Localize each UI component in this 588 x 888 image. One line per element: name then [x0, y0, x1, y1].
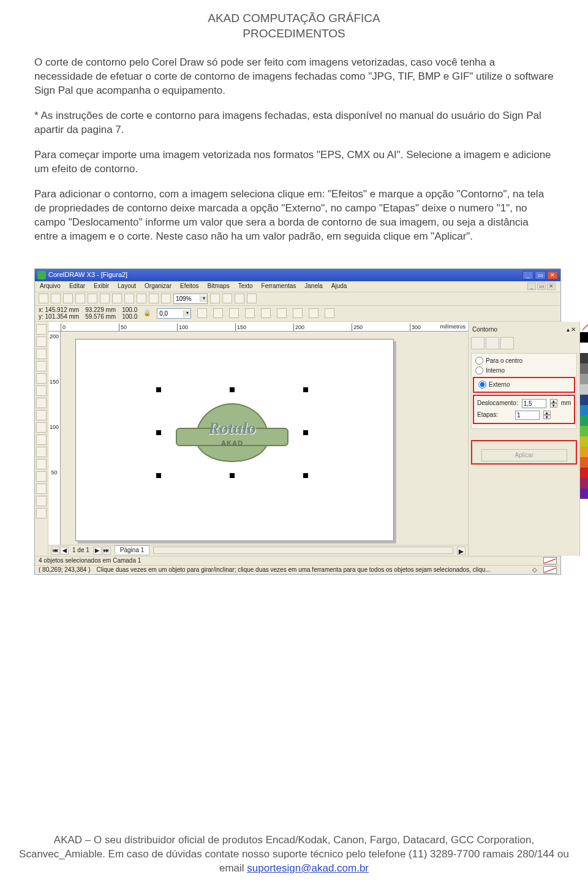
interactive-tool-icon[interactable]	[36, 459, 47, 469]
artwork-rotulo[interactable]: Rotulo AKAD	[176, 403, 288, 462]
page-prev-button[interactable]: ◀	[60, 547, 69, 555]
ruler-horizontal[interactable]: 0 50 100 150 200 250 300 milímetros	[48, 322, 468, 332]
menu-editar[interactable]: Editar	[69, 282, 85, 290]
copy-icon[interactable]	[100, 294, 110, 303]
radio-interno[interactable]: Interno	[473, 366, 575, 376]
spinner-up-icon[interactable]: ▴	[550, 399, 557, 403]
menu-exibir[interactable]: Exibir	[94, 282, 109, 290]
drawing-canvas[interactable]: ✕ Rotulo AKAD	[61, 332, 468, 545]
ungroup-icon[interactable]	[293, 308, 303, 318]
radio-para-o-centro[interactable]: Para o centro	[473, 356, 575, 366]
swatch-none[interactable]	[580, 322, 588, 332]
color-swatch[interactable]	[580, 447, 588, 457]
paste-icon[interactable]	[112, 294, 122, 303]
new-icon[interactable]	[39, 294, 48, 303]
menu-texto[interactable]: Texto	[238, 282, 253, 290]
color-swatch[interactable]	[580, 332, 588, 343]
docker-tab-2-icon[interactable]	[486, 337, 499, 349]
menu-organizar[interactable]: Organizar	[145, 282, 172, 290]
undo-icon[interactable]	[124, 294, 134, 303]
snap-icon[interactable]	[210, 294, 220, 303]
save-icon[interactable]	[63, 294, 73, 303]
radio-input[interactable]	[475, 366, 483, 374]
menu-layout[interactable]: Layout	[118, 282, 136, 290]
pick-tool-icon[interactable]	[36, 324, 47, 335]
apply-button[interactable]: Aplicar	[481, 449, 567, 461]
freehand-tool-icon[interactable]	[36, 373, 47, 384]
color-swatch[interactable]	[580, 488, 588, 499]
combine-icon[interactable]	[309, 308, 318, 318]
selection-handle[interactable]	[230, 387, 235, 392]
chevron-down-icon[interactable]: ▾	[200, 295, 207, 302]
color-swatch[interactable]	[580, 374, 588, 384]
selection-handle[interactable]	[156, 430, 161, 435]
window-minimize-button[interactable]: _	[522, 271, 533, 279]
import-icon[interactable]	[149, 294, 159, 303]
interactivefill-tool-icon[interactable]	[36, 508, 47, 518]
docker-collapse-icon[interactable]: ▴	[567, 326, 570, 333]
selection-handle[interactable]	[303, 430, 308, 435]
selection-bounding-box[interactable]: ✕ Rotulo AKAD	[159, 390, 306, 476]
rectangle-tool-icon[interactable]	[36, 398, 47, 408]
selection-handle[interactable]	[156, 387, 161, 392]
ellipse-tool-icon[interactable]	[36, 410, 47, 420]
radio-input[interactable]	[475, 357, 483, 365]
menu-arquivo[interactable]: Arquivo	[40, 282, 61, 290]
lock-icon[interactable]: 🔒	[143, 309, 151, 317]
zoom-tool-icon[interactable]	[36, 361, 47, 371]
eyedropper-tool-icon[interactable]	[36, 471, 47, 482]
color-swatch[interactable]	[580, 416, 588, 426]
export-icon[interactable]	[161, 294, 171, 303]
deslocamento-input[interactable]	[522, 399, 546, 408]
polygon-tool-icon[interactable]	[36, 422, 47, 433]
fill-tool-icon[interactable]	[36, 496, 47, 506]
page-first-button[interactable]: ⏮	[51, 547, 59, 555]
cut-icon[interactable]	[88, 294, 97, 303]
outline-tool-icon[interactable]	[36, 484, 47, 494]
window-close-button[interactable]: ✕	[547, 271, 558, 279]
chevron-down-icon[interactable]: ▾	[183, 310, 190, 317]
menu-ajuda[interactable]: Ajuda	[331, 282, 347, 290]
color-swatch[interactable]	[580, 343, 588, 353]
page-tab[interactable]: Página 1	[115, 545, 149, 555]
help-icon[interactable]	[247, 294, 257, 303]
selection-handle[interactable]	[156, 473, 161, 478]
convert-icon[interactable]	[325, 308, 334, 318]
mirror-h-icon[interactable]	[197, 308, 207, 318]
mdi-close-button[interactable]: ✕	[547, 283, 556, 290]
selection-handle[interactable]	[230, 473, 235, 478]
shape-tool-icon[interactable]	[36, 336, 47, 347]
open-icon[interactable]	[51, 294, 61, 303]
options-icon[interactable]	[222, 294, 232, 303]
scroll-right-button[interactable]: ▶	[457, 547, 466, 555]
color-swatch[interactable]	[580, 353, 588, 363]
redo-icon[interactable]	[137, 294, 146, 303]
menu-efeitos[interactable]: Efeitos	[180, 282, 199, 290]
page-last-button[interactable]: ⏭	[102, 547, 111, 555]
footer-email-link[interactable]: suportesign@akad.com.br	[247, 862, 369, 874]
crop-tool-icon[interactable]	[36, 349, 47, 359]
color-swatch[interactable]	[580, 363, 588, 374]
spinner-down-icon[interactable]: ▾	[550, 403, 557, 408]
zoom-input[interactable]	[174, 295, 200, 302]
window-maximize-button[interactable]: ▭	[535, 271, 546, 279]
group-icon[interactable]	[277, 308, 287, 318]
text-tool-icon[interactable]	[36, 447, 47, 457]
ruler-vertical[interactable]: 200 150 100 50	[48, 332, 61, 545]
menu-bitmaps[interactable]: Bitmaps	[208, 282, 230, 290]
color-swatch[interactable]	[580, 405, 588, 416]
smartfill-tool-icon[interactable]	[36, 385, 47, 396]
rotate-field[interactable]: ▾	[157, 308, 191, 319]
order-front-icon[interactable]	[245, 308, 255, 318]
launch-icon[interactable]	[235, 294, 244, 303]
horizontal-scrollbar[interactable]	[153, 547, 453, 554]
mdi-restore-button[interactable]: ▭	[537, 283, 546, 290]
docker-tab-1-icon[interactable]	[471, 337, 484, 349]
rotate-input[interactable]	[157, 310, 183, 317]
menu-janela[interactable]: Janela	[304, 282, 322, 290]
mdi-minimize-button[interactable]: _	[527, 283, 536, 290]
align-icon[interactable]	[229, 308, 239, 318]
window-titlebar[interactable]: CorelDRAW X3 - [Figura2] _ ▭ ✕	[35, 269, 560, 281]
page-next-button[interactable]: ▶	[93, 547, 102, 555]
basicshapes-tool-icon[interactable]	[36, 435, 47, 445]
